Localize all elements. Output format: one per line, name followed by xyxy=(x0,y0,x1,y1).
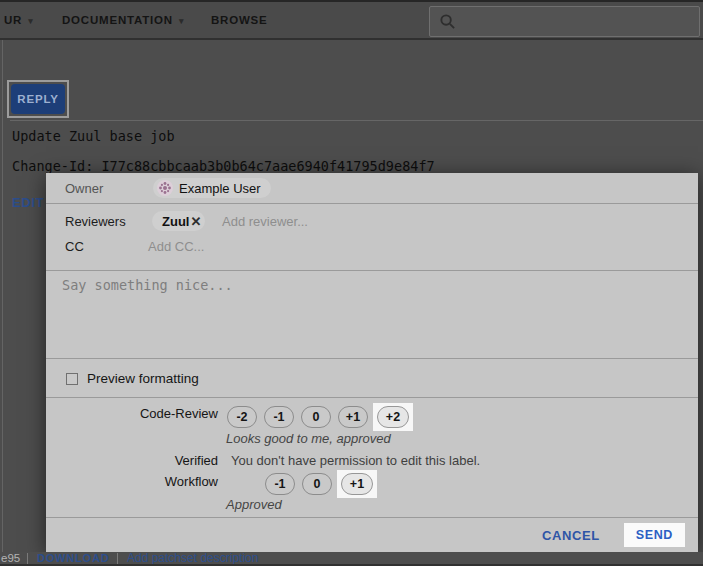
cancel-button[interactable]: CANCEL xyxy=(536,527,606,544)
gerrit-change-screen: UR ▾ DOCUMENTATION ▾ BROWSE REPLY Update… xyxy=(0,0,703,566)
commit-title: Update Zuul base job xyxy=(12,128,175,144)
menu-your-label: UR xyxy=(4,14,22,26)
code-review-buttons: -2 -1 0 +1 +2 xyxy=(227,403,413,431)
cc-label: CC xyxy=(65,239,84,254)
dialog-divider xyxy=(46,203,698,204)
vote-button-minus1[interactable]: -1 xyxy=(264,406,294,428)
vote-button-zero[interactable]: 0 xyxy=(302,473,332,495)
avatar xyxy=(157,180,173,196)
chevron-down-icon: ▾ xyxy=(28,16,33,26)
dialog-divider xyxy=(46,397,698,398)
workflow-label: Workflow xyxy=(46,474,218,489)
add-cc-input[interactable]: Add CC... xyxy=(148,239,204,254)
menu-documentation-label: DOCUMENTATION xyxy=(62,14,173,26)
reviewers-label: Reviewers xyxy=(65,214,126,229)
owner-chip-name: Example User xyxy=(179,181,261,196)
vote-button-plus1[interactable]: +1 xyxy=(338,406,368,428)
chevron-down-icon: ▾ xyxy=(179,16,184,26)
dialog-divider xyxy=(46,358,698,359)
vote-button-minus2[interactable]: -2 xyxy=(227,406,257,428)
reply-message-textarea[interactable]: Say something nice... xyxy=(62,277,233,293)
bottom-bar-divider xyxy=(27,553,28,564)
workflow-description: Approved xyxy=(226,497,282,512)
vote-button-plus1-selected[interactable]: +1 xyxy=(341,473,373,495)
preview-formatting-label: Preview formatting xyxy=(87,371,199,386)
send-button[interactable]: SEND xyxy=(630,527,679,543)
owner-label: Owner xyxy=(65,181,103,196)
vote-button-plus2-selected[interactable]: +2 xyxy=(377,406,409,428)
change-id-line: Change-Id: I77c88cbbcaab3b0b64c7aae6940f… xyxy=(12,158,435,174)
owner-chip[interactable]: Example User xyxy=(153,178,271,198)
menu-documentation[interactable]: DOCUMENTATION ▾ xyxy=(62,2,184,38)
remove-reviewer-icon[interactable]: ✕ xyxy=(190,214,201,229)
preview-formatting-checkbox[interactable] xyxy=(66,373,78,385)
send-button-highlight: SEND xyxy=(624,523,685,547)
menu-browse-label: BROWSE xyxy=(211,14,268,26)
search-input[interactable] xyxy=(463,7,699,36)
page-left-border xyxy=(2,40,3,566)
page-divider xyxy=(10,120,703,121)
dialog-divider xyxy=(46,270,698,271)
reviewer-chip-name: Zuul xyxy=(162,214,189,229)
vote-button-minus1[interactable]: -1 xyxy=(265,473,295,495)
menu-browse[interactable]: BROWSE xyxy=(211,2,268,38)
reviewer-chip-zuul: Zuul ✕ xyxy=(152,211,205,231)
edit-link[interactable]: EDIT xyxy=(12,195,44,210)
topbar: UR ▾ DOCUMENTATION ▾ BROWSE xyxy=(0,0,703,40)
preview-formatting-row: Preview formatting xyxy=(66,371,199,386)
selected-vote-highlight: +2 xyxy=(373,403,413,431)
vote-button-zero[interactable]: 0 xyxy=(301,406,331,428)
add-reviewer-input[interactable]: Add reviewer... xyxy=(222,214,308,229)
search-icon xyxy=(439,13,456,30)
code-review-description: Looks good to me, approved xyxy=(226,431,391,446)
dialog-footer: CANCEL SEND xyxy=(46,518,698,552)
menu-your[interactable]: UR ▾ xyxy=(4,2,34,38)
verified-label: Verified xyxy=(46,453,218,468)
bottom-bar-divider xyxy=(117,553,118,564)
reply-button[interactable]: REPLY xyxy=(11,84,65,114)
workflow-buttons: -1 0 +1 xyxy=(265,470,377,498)
code-review-label: Code-Review xyxy=(46,406,218,421)
reply-dialog: Owner Example User Reviewers Zuul xyxy=(46,173,698,552)
verified-permission-message: You don't have permission to edit this l… xyxy=(231,453,480,468)
search-box[interactable] xyxy=(429,6,700,37)
selected-vote-highlight: +1 xyxy=(337,470,377,498)
